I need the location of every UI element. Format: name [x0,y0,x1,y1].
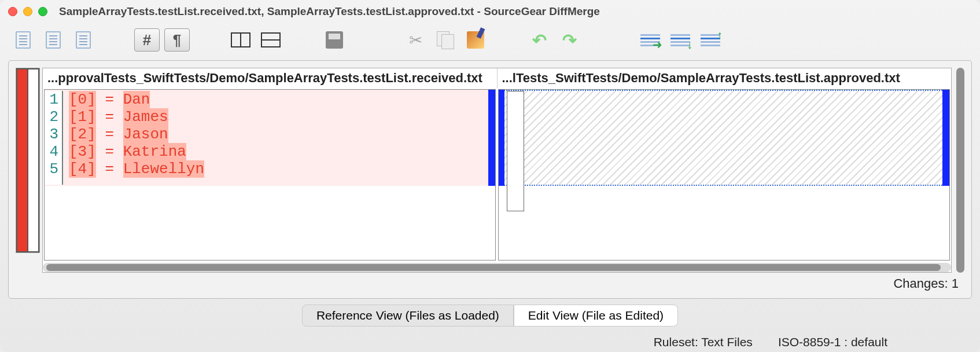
overview-left-col [16,68,28,252]
copy-icon [437,31,454,49]
undo-icon: ↶ [532,30,547,50]
close-window-button[interactable] [8,7,17,16]
toolbar: # ¶ ✂ ↶ ↷ ➜ ↓ ↑ [0,23,980,57]
app-window: SampleArrayTests.testList.received.txt, … [0,0,980,352]
diff-area: ...pprovalTests_SwiftTests/Demo/SampleAr… [16,68,964,273]
scissors-icon: ✂ [409,31,422,50]
doc-icon [16,31,31,49]
zoom-window-button[interactable] [38,7,47,16]
prev-change-button[interactable]: ↓ [668,28,693,52]
split-vertical-button[interactable] [228,28,253,52]
split-horizontal-icon [261,32,281,47]
window-controls [8,7,47,16]
split-horizontal-button[interactable] [258,28,283,52]
code-line: [3] = Katrina [69,143,204,160]
view-left-button[interactable] [40,28,66,52]
redo-icon: ↷ [562,30,577,50]
right-pane[interactable] [498,89,950,261]
paste-button[interactable] [463,28,488,52]
show-whitespace-button[interactable]: ¶ [164,28,190,52]
reference-view-tab[interactable]: Reference View (Files as Loaded) [302,305,514,327]
doc-icon [76,31,91,49]
ruleset-label: Ruleset: Text Files [654,335,753,349]
change-marker [942,90,949,186]
minimize-window-button[interactable] [23,7,32,16]
overview-ruler[interactable] [16,68,40,253]
left-file-header: ...pprovalTests_SwiftTests/Demo/SampleAr… [43,68,498,88]
save-button[interactable] [322,28,347,52]
horizontal-scrollbar[interactable] [43,263,951,272]
overview-right-col [28,68,39,252]
code-line: [4] = Llewellyn [69,160,204,178]
clipboard-icon [467,31,484,49]
edit-view-tab[interactable]: Edit View (File as Edited) [514,305,678,327]
changes-count: Changes: 1 [16,273,964,291]
diff-panels: ...pprovalTests_SwiftTests/Demo/SampleAr… [42,68,952,273]
hash-icon: # [143,31,151,49]
right-file-header: ...lTests_SwiftTests/Demo/SampleArrayTes… [498,68,952,88]
next-change-icon: ➜ [640,32,660,48]
next-change-button[interactable]: ➜ [638,28,663,52]
pilcrow-icon: ¶ [173,31,181,49]
prev-change-icon: ↓ [670,32,690,48]
vertical-scrollbar[interactable] [956,68,964,273]
doc-icon [46,31,61,49]
left-pane[interactable]: 1 2 3 4 5 [0] = Dan [1] = James [2] = Ja… [44,89,496,261]
titlebar: SampleArrayTests.testList.received.txt, … [0,0,980,23]
first-change-icon: ↑ [701,32,720,48]
view-toggle: Reference View (Files as Loaded) Edit Vi… [0,305,980,327]
save-icon [326,31,343,49]
encoding-label: ISO-8859-1 : default [778,335,887,349]
split-vertical-icon [231,32,250,47]
code-line: [2] = Jason [69,126,204,143]
change-marker [499,90,504,186]
undo-button[interactable]: ↶ [526,28,552,52]
content-area: ...pprovalTests_SwiftTests/Demo/SampleAr… [8,60,972,299]
change-marker [488,90,495,186]
code-line: [0] = Dan [69,91,204,108]
copy-button[interactable] [433,28,458,52]
cut-button[interactable]: ✂ [403,28,428,52]
status-bar: Ruleset: Text Files ISO-8859-1 : default [0,332,980,352]
show-line-numbers-button[interactable]: # [134,28,160,52]
code-line: [1] = James [69,108,204,126]
first-change-button[interactable]: ↑ [698,28,723,52]
view-right-button[interactable] [71,28,96,52]
minimap[interactable] [507,91,524,211]
view-single-button[interactable] [10,28,36,52]
pane-headers: ...pprovalTests_SwiftTests/Demo/SampleAr… [43,68,951,88]
redo-button[interactable]: ↷ [557,28,582,52]
code-block: [0] = Dan [1] = James [2] = Jason [3] = … [63,91,204,185]
window-title: SampleArrayTests.testList.received.txt, … [59,5,600,18]
line-gutter: 1 2 3 4 5 [45,91,63,185]
